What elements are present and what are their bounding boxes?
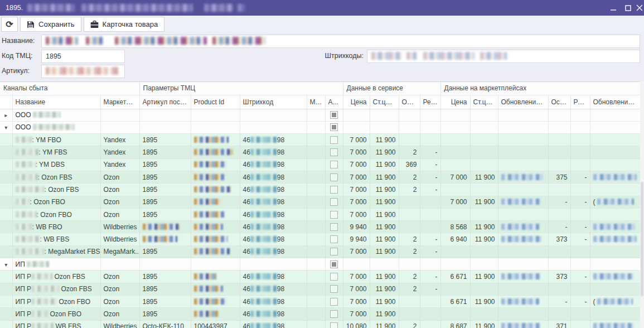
cell-marketplace[interactable] <box>100 121 139 133</box>
cell-bc[interactable]: 4698 <box>240 184 307 196</box>
cell-pid[interactable] <box>191 258 240 271</box>
cell-svc0[interactable]: 7 000 <box>343 146 370 158</box>
cell-mp0[interactable]: 6 671 <box>440 271 470 283</box>
cell-mp5[interactable] <box>590 158 640 171</box>
cell-svc2[interactable] <box>399 134 420 146</box>
cell-bc[interactable]: 4698 <box>240 245 307 258</box>
cell-mp4[interactable] <box>570 134 590 146</box>
cell-mp1[interactable] <box>470 258 498 271</box>
vertical-scrollbar[interactable] <box>640 81 644 328</box>
cell-svc0[interactable] <box>343 109 370 121</box>
cell-svc3[interactable]: - <box>420 184 440 196</box>
cell-mp3[interactable] <box>548 283 570 295</box>
checkbox[interactable] <box>330 235 338 243</box>
cell-svc2[interactable]: 2 <box>399 146 420 158</box>
cell-svc3[interactable]: - <box>420 233 440 245</box>
cell-mp2[interactable] <box>498 258 548 271</box>
cell-article[interactable]: 1895 <box>139 158 191 171</box>
cell-svc3[interactable] <box>420 320 440 328</box>
cell-name[interactable]: ИП Р Ozon FBO <box>12 308 100 320</box>
cell-svc3[interactable] <box>420 221 440 233</box>
cell-mp4[interactable] <box>570 320 590 328</box>
cell-svc1[interactable]: 11 900 <box>370 171 399 183</box>
cell-mp2[interactable] <box>498 184 548 196</box>
cell-mp1[interactable] <box>470 121 498 133</box>
cell-article[interactable]: 1895 <box>139 171 191 183</box>
cell-mp0[interactable] <box>440 283 470 295</box>
cell-svc1[interactable] <box>370 109 399 121</box>
cell-check[interactable] <box>325 308 343 320</box>
cell-marketplace[interactable]: Yandex <box>100 134 139 146</box>
column-header-mp2[interactable]: Обновление... <box>498 95 548 109</box>
cell-bc[interactable]: 4698 <box>240 171 307 183</box>
cell-exp[interactable] <box>0 245 12 258</box>
cell-mp4[interactable] <box>570 245 590 258</box>
cell-article[interactable]: Octo-КЕК-110 <box>139 320 191 328</box>
cell-name[interactable]: ИП <box>12 258 100 271</box>
column-header-mp0[interactable]: Цена <box>440 95 470 109</box>
cell-exp[interactable] <box>0 196 12 208</box>
cell-name[interactable]: ИП Р WB FBS <box>12 320 100 328</box>
cell-min[interactable] <box>307 134 325 146</box>
cell-mp1[interactable] <box>470 158 498 171</box>
cell-mp0[interactable] <box>440 308 470 320</box>
cell-mp4[interactable]: - <box>570 221 590 233</box>
cell-min[interactable] <box>307 171 325 183</box>
cell-mp3[interactable] <box>548 208 570 220</box>
cell-mp0[interactable]: 6 671 <box>440 295 470 307</box>
cell-svc0[interactable] <box>343 258 370 271</box>
cell-check[interactable] <box>325 271 343 283</box>
maximize-button[interactable] <box>621 0 635 16</box>
checkbox[interactable] <box>330 198 338 206</box>
cell-mp4[interactable]: - <box>570 233 590 245</box>
article-input[interactable] <box>41 65 125 78</box>
column-header-check[interactable]: А... <box>325 95 343 109</box>
cell-mp3[interactable]: - <box>548 295 570 307</box>
cell-article[interactable]: 1895 <box>139 146 191 158</box>
cell-mp0[interactable] <box>440 109 470 121</box>
cell-marketplace[interactable]: Ozon <box>100 295 139 307</box>
cell-mp3[interactable]: 373 <box>548 271 570 283</box>
cell-check[interactable] <box>325 158 343 171</box>
cell-svc0[interactable]: 9 940 <box>343 221 370 233</box>
checkbox[interactable] <box>330 223 338 231</box>
cell-exp[interactable] <box>0 320 12 328</box>
cell-mp2[interactable] <box>498 196 548 208</box>
cell-mp0[interactable] <box>440 245 470 258</box>
cell-mp2[interactable] <box>498 121 548 133</box>
cell-bc[interactable]: 4698 <box>240 158 307 171</box>
cell-article[interactable]: 1895 <box>139 196 191 208</box>
cell-min[interactable] <box>307 184 325 196</box>
code-input[interactable] <box>41 50 125 63</box>
cell-svc1[interactable]: 11 900 <box>370 221 399 233</box>
cell-svc1[interactable]: 11 900 <box>370 308 399 320</box>
cell-pid[interactable] <box>191 245 240 258</box>
cell-mp1[interactable]: 11 900 <box>470 271 498 283</box>
cell-svc2[interactable]: 2 <box>399 283 420 295</box>
column-header-svc2[interactable]: Оста... <box>399 95 420 109</box>
cell-mp0[interactable]: 8 568 <box>440 221 470 233</box>
cell-svc2[interactable] <box>399 208 420 220</box>
cell-mp3[interactable] <box>548 121 570 133</box>
cell-mp5[interactable] <box>590 271 640 283</box>
cell-exp[interactable] <box>0 283 12 295</box>
cell-min[interactable] <box>307 208 325 220</box>
cell-name[interactable]: : YM DBS <box>12 158 100 171</box>
cell-svc3[interactable] <box>420 196 440 208</box>
cell-mp5[interactable] <box>590 258 640 271</box>
cell-mp0[interactable]: 7 000 <box>440 171 470 183</box>
cell-article[interactable]: 1895 <box>139 184 191 196</box>
cell-svc0[interactable]: 7 000 <box>343 271 370 283</box>
checkbox[interactable] <box>330 273 338 281</box>
cell-name[interactable]: ИП Р Ozon FBS <box>12 271 100 283</box>
cell-name[interactable]: : MegaMarket FBS <box>12 245 100 258</box>
cell-pid[interactable] <box>191 233 240 245</box>
cell-check[interactable] <box>325 196 343 208</box>
cell-mp1[interactable] <box>470 109 498 121</box>
cell-name[interactable]: : WB FBS <box>12 233 100 245</box>
cell-svc2[interactable] <box>399 258 420 271</box>
cell-mp3[interactable] <box>548 308 570 320</box>
cell-min[interactable] <box>307 109 325 121</box>
checkbox[interactable] <box>330 148 338 156</box>
cell-svc3[interactable]: - <box>420 283 440 295</box>
